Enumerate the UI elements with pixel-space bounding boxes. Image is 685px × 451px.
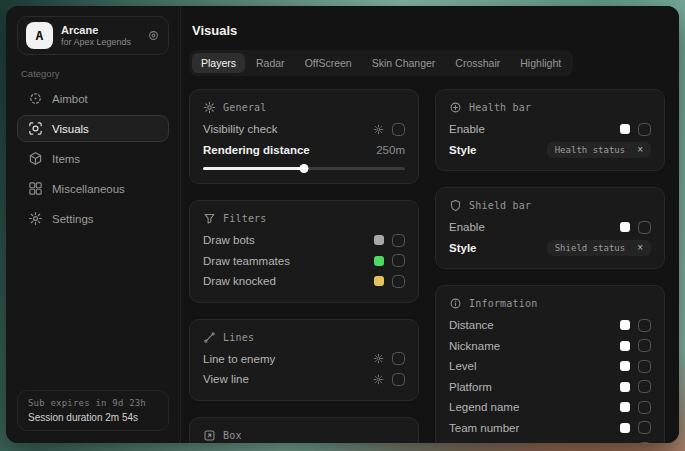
row-legend-name: Legend name: [449, 397, 651, 418]
sidebar-item-visuals[interactable]: Visuals: [17, 115, 169, 142]
sidebar-item-settings[interactable]: Settings: [17, 205, 169, 232]
color-swatch[interactable]: [374, 235, 384, 245]
color-swatch[interactable]: [620, 341, 630, 351]
row-nickname: Nickname: [449, 336, 651, 357]
crosshair-icon: [28, 91, 43, 106]
row-label: Draw knocked: [203, 275, 276, 287]
tab-highlight[interactable]: Highlight: [511, 53, 570, 73]
row-controls: [620, 401, 651, 414]
gear-icon: [373, 353, 384, 364]
main-panel: Visuals PlayersRadarOffScreenSkin Change…: [181, 6, 679, 443]
color-swatch[interactable]: [620, 361, 630, 371]
color-swatch[interactable]: [374, 256, 384, 266]
checkbox-platform[interactable]: [638, 380, 651, 393]
checkbox-draw-teammates[interactable]: [392, 254, 405, 267]
tab-offscreen[interactable]: OffScreen: [296, 53, 361, 73]
row-controls: [373, 123, 405, 136]
checkbox-line-to-enemy[interactable]: [392, 352, 405, 365]
gear-icon: [203, 101, 216, 114]
category-label: Category: [21, 68, 165, 79]
checkbox-level[interactable]: [638, 360, 651, 373]
close-icon[interactable]: ×: [637, 145, 643, 155]
checkbox-nickname[interactable]: [638, 339, 651, 352]
row-controls: [620, 442, 651, 443]
card-shield-bar: Shield barEnableStyleShield status×: [435, 187, 665, 269]
row-label: Style: [449, 144, 477, 156]
row-label: Nickname: [449, 340, 500, 352]
shield-icon: [449, 199, 462, 212]
row-label: Level: [449, 360, 477, 372]
slider-value: 250m: [376, 144, 405, 156]
style-select[interactable]: Health status×: [547, 142, 651, 158]
row-platform: Platform: [449, 377, 651, 398]
checkbox-distance[interactable]: [638, 319, 651, 332]
color-swatch[interactable]: [620, 124, 630, 134]
tab-crosshair[interactable]: Crosshair: [446, 53, 509, 73]
close-icon[interactable]: ×: [637, 243, 643, 253]
sidebar-item-aimbot[interactable]: Aimbot: [17, 85, 169, 112]
checkbox-draw-knocked[interactable]: [392, 275, 405, 288]
checkbox-enable[interactable]: [638, 123, 651, 136]
row-style: StyleShield status×: [449, 238, 651, 259]
color-swatch[interactable]: [620, 320, 630, 330]
funnel-icon: [203, 212, 216, 225]
color-swatch[interactable]: [620, 423, 630, 433]
tab-players[interactable]: Players: [192, 53, 245, 73]
sidebar-item-label: Aimbot: [52, 93, 88, 105]
tab-bar: PlayersRadarOffScreenSkin ChangerCrossha…: [189, 50, 573, 76]
style-select[interactable]: Shield status×: [547, 240, 651, 256]
checkbox-draw-bots[interactable]: [392, 234, 405, 247]
row-visibility-check: Visibility check: [203, 119, 405, 140]
sidebar-item-items[interactable]: Items: [17, 145, 169, 172]
sidebar-item-label: Miscellaneous: [52, 183, 125, 195]
color-swatch[interactable]: [620, 402, 630, 412]
color-swatch[interactable]: [620, 222, 630, 232]
slider-fill: [203, 167, 304, 170]
checkbox-enable[interactable]: [638, 221, 651, 234]
row-draw-knocked: Draw knocked: [203, 271, 405, 292]
row-settings-button[interactable]: [373, 124, 384, 135]
tab-radar[interactable]: Radar: [247, 53, 294, 73]
slider-thumb[interactable]: [300, 164, 309, 173]
app-name: Arcane: [61, 24, 131, 36]
color-swatch[interactable]: [620, 382, 630, 392]
row-rendering-distance: Rendering distance250m: [203, 140, 405, 161]
cube-icon: [28, 151, 43, 166]
subscription-info: Sub expires in 9d 23h Session duration 2…: [17, 390, 169, 431]
grid-icon: [28, 181, 43, 196]
gear-icon: [373, 374, 384, 385]
app-logo-letter: A: [36, 28, 44, 43]
box-arrow-icon: [203, 429, 216, 442]
checkbox-visibility-check[interactable]: [392, 123, 405, 136]
sub-expiry-text: Sub expires in 9d 23h: [28, 398, 158, 408]
app-subtitle: for Apex Legends: [61, 38, 131, 47]
card-title: Box: [223, 430, 242, 441]
row-label: Distance: [449, 319, 494, 331]
box-arrow-icon: [203, 429, 216, 442]
checkbox-view-line[interactable]: [392, 373, 405, 386]
target-icon[interactable]: [147, 29, 160, 42]
color-swatch[interactable]: [374, 276, 384, 286]
gear-icon: [203, 101, 216, 114]
sidebar-item-miscellaneous[interactable]: Miscellaneous: [17, 175, 169, 202]
gear-icon: [28, 211, 43, 226]
card-header: Filters: [203, 212, 405, 225]
checkbox-legend-name[interactable]: [638, 401, 651, 414]
row-settings-button[interactable]: [373, 353, 384, 364]
row-draw-teammates: Draw teammates: [203, 251, 405, 272]
row-draw-bots: Draw bots: [203, 230, 405, 251]
eye-icon: [28, 121, 43, 136]
tab-skin-changer[interactable]: Skin Changer: [363, 53, 445, 73]
row-enable: Enable: [449, 217, 651, 238]
page-title: Visuals: [192, 23, 665, 38]
checkbox-team-number[interactable]: [638, 421, 651, 434]
checkbox-weapon-in-hands[interactable]: [638, 442, 651, 443]
slider-rendering-distance[interactable]: [203, 163, 405, 173]
card-general: GeneralVisibility checkRendering distanc…: [189, 89, 419, 184]
row-label: View line: [203, 373, 249, 385]
row-controls: [620, 380, 651, 393]
row-label: Line to enemy: [203, 353, 275, 365]
card-title: Shield bar: [469, 200, 531, 211]
row-settings-button[interactable]: [373, 374, 384, 385]
row-controls: [620, 339, 651, 352]
